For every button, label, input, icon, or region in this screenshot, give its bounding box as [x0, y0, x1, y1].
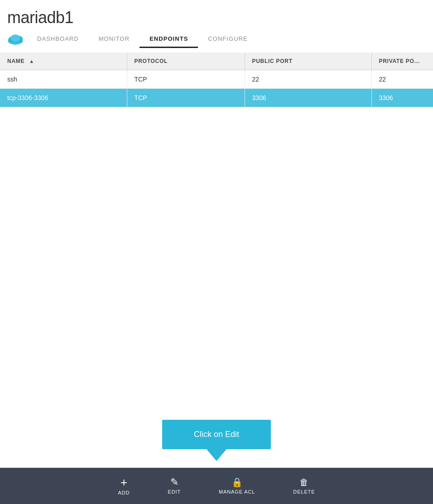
tab-monitor[interactable]: MONITOR	[89, 31, 140, 48]
add-icon	[120, 476, 127, 488]
table-header-row: NAME ▲ PROTOCOL PUBLIC PORT PRIVATE PO..…	[0, 53, 433, 70]
cell-public-port: 22	[245, 70, 371, 89]
endpoints-table-container: NAME ▲ PROTOCOL PUBLIC PORT PRIVATE PO..…	[0, 53, 433, 107]
cell-name: tcp-3306-3306	[0, 89, 127, 107]
tab-configure[interactable]: CONFIGURE	[198, 31, 257, 48]
bottom-toolbar: ADD EDIT MANAGE ACL DELETE	[0, 468, 433, 504]
lock-icon	[231, 477, 243, 487]
cell-private-port: 22	[371, 70, 433, 89]
tooltip-arrow-icon	[207, 449, 226, 461]
cloud-icon	[7, 31, 24, 48]
nav-tabs: DASHBOARD MONITOR ENDPOINTS CONFIGURE	[0, 31, 433, 48]
table-row[interactable]: ssh TCP 22 22	[0, 70, 433, 89]
delete-icon	[299, 477, 308, 487]
tab-dashboard[interactable]: DASHBOARD	[27, 31, 89, 48]
add-button[interactable]: ADD	[113, 473, 135, 499]
col-header-name[interactable]: NAME ▲	[0, 53, 127, 70]
tooltip-container: Click on Edit	[162, 420, 271, 461]
col-header-protocol: PROTOCOL	[127, 53, 245, 70]
col-header-public-port: PUBLIC PORT	[245, 53, 371, 70]
cell-name: ssh	[0, 70, 127, 89]
page-title: mariadb1	[7, 8, 426, 27]
table-body: ssh TCP 22 22 tcp-3306-3306 TCP 3306 330…	[0, 70, 433, 107]
svg-point-3	[10, 34, 20, 42]
tab-endpoints[interactable]: ENDPOINTS	[140, 31, 198, 48]
page-header: mariadb1	[0, 0, 433, 31]
endpoints-table: NAME ▲ PROTOCOL PUBLIC PORT PRIVATE PO..…	[0, 53, 433, 107]
cell-private-port: 3306	[371, 89, 433, 107]
col-header-private-port: PRIVATE PO...	[371, 53, 433, 70]
table-row[interactable]: tcp-3306-3306 TCP 3306 3306	[0, 89, 433, 107]
delete-label: DELETE	[293, 489, 315, 494]
manage-acl-button[interactable]: MANAGE ACL	[213, 474, 260, 498]
sort-arrow-icon: ▲	[29, 58, 34, 64]
cell-protocol: TCP	[127, 70, 245, 89]
manage-acl-label: MANAGE ACL	[219, 489, 255, 494]
add-label: ADD	[118, 490, 130, 495]
cell-protocol: TCP	[127, 89, 245, 107]
tooltip-box: Click on Edit	[162, 420, 271, 449]
edit-icon	[170, 477, 178, 487]
edit-button[interactable]: EDIT	[162, 474, 186, 498]
edit-label: EDIT	[168, 489, 181, 494]
delete-button[interactable]: DELETE	[288, 474, 320, 498]
cell-public-port: 3306	[245, 89, 371, 107]
